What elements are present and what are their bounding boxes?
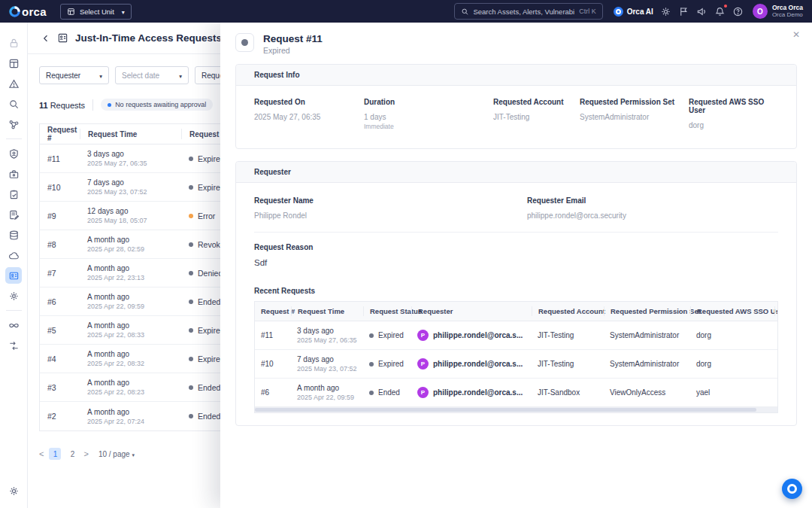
request-time: A month ago2025 Apr 22, 08:33: [80, 321, 181, 339]
chevron-left-icon: [41, 34, 50, 43]
time-absolute: 2025 May 23, 07:52: [297, 365, 357, 373]
time-absolute: 2025 Apr 22, 23:13: [87, 274, 174, 281]
page-title: Just-In-Time Access Requests: [75, 32, 222, 44]
per-page-select[interactable]: 10 / page: [98, 450, 135, 458]
column-header-request-id[interactable]: Request #: [40, 129, 80, 139]
infinity-icon: [8, 320, 20, 331]
request-id: #4: [40, 354, 80, 364]
time-absolute: 2025 Apr 22, 07:24: [87, 418, 174, 425]
sidebar-item-compliance[interactable]: [5, 186, 22, 202]
sidebar-item-dashboard[interactable]: [5, 55, 22, 71]
request-status: Expired: [363, 331, 411, 339]
awaiting-approval-text: No requests awaiting approval: [115, 101, 206, 108]
awaiting-approval-badge: No requests awaiting approval: [101, 99, 213, 111]
sidebar-divider: [6, 138, 22, 139]
user-name: Orca Orca: [772, 4, 803, 11]
request-info-card: Request Info Requested On 2025 May 27, 0…: [235, 64, 797, 149]
help-icon[interactable]: [732, 6, 744, 17]
field-value: 1 days: [364, 113, 493, 121]
field-duration: Duration 1 days Immediate: [364, 98, 493, 130]
close-icon[interactable]: [792, 30, 800, 39]
request-status: Expired: [363, 360, 411, 368]
field-label: Requested On: [254, 98, 364, 106]
request-id: #6: [255, 388, 291, 397]
pagination-page-2[interactable]: 2: [66, 448, 78, 460]
field-label: Requester Name: [254, 196, 527, 205]
request-time: A month ago2025 Apr 22, 09:59: [80, 293, 181, 310]
orca-ai-button[interactable]: Orca AI: [614, 7, 653, 17]
database-icon: [8, 230, 20, 241]
requester-identity-row: Requester Name Philippe Rondel Requester…: [254, 196, 778, 220]
pagination-page-1[interactable]: 1: [49, 448, 61, 460]
column-header-requested-aws-sso-user: Requested AWS SSO User: [690, 306, 774, 316]
request-id: #9: [40, 211, 80, 221]
field-value: dorg: [689, 121, 778, 129]
sidebar-item-cloud-security[interactable]: [5, 145, 22, 162]
recent-table-row[interactable]: #10 7 days ago2025 May 23, 07:52 Expired…: [255, 350, 777, 379]
flag-icon[interactable]: [678, 6, 689, 17]
time-absolute: 2025 May 27, 06:35: [87, 160, 174, 167]
sidebar-item-cloud-accounts[interactable]: [5, 247, 22, 263]
sidebar-item-lock[interactable]: [5, 35, 22, 51]
clipboard-check-icon: [8, 189, 20, 200]
status-label: Expired: [378, 331, 404, 339]
sidebar-item-identity-access[interactable]: [5, 267, 22, 284]
recent-table-row[interactable]: #6 A month ago2025 Apr 22, 09:59 Ended P…: [255, 379, 777, 407]
filter-date[interactable]: Select date: [115, 66, 189, 84]
column-header-requester: Requester: [411, 306, 532, 316]
horizontal-scrollbar: [255, 407, 777, 412]
sidebar-item-policies[interactable]: [5, 206, 22, 223]
identity-card-icon: [8, 270, 20, 281]
sidebar-item-kubernetes[interactable]: [5, 287, 22, 304]
orca-ai-icon: [614, 7, 623, 17]
requester-email: philippe.rondel@orca.s...: [433, 388, 523, 397]
pagination-prev-button[interactable]: <: [39, 449, 44, 458]
user-menu[interactable]: O Orca Orca Orca Demo: [753, 4, 803, 19]
kubernetes-icon: [8, 291, 20, 302]
sidebar-item-shift-left[interactable]: [5, 337, 22, 354]
vertical-divider: [92, 99, 93, 111]
request-time: 3 days ago2025 May 27, 06:35: [291, 327, 363, 344]
request-id: #8: [40, 240, 80, 249]
back-button[interactable]: [41, 34, 50, 43]
sidebar-item-attack-path[interactable]: [5, 116, 22, 132]
notifications-bell-icon[interactable]: [714, 6, 726, 17]
orca-assistant-fab[interactable]: [782, 479, 802, 499]
filter-requester[interactable]: Requester: [39, 66, 109, 84]
select-unit-dropdown[interactable]: Select Unit: [60, 4, 132, 20]
top-navbar: orca Select Unit Ctrl K Orca AI O Orca O…: [0, 0, 812, 23]
time-relative: A month ago: [87, 264, 174, 272]
column-header-requested-account: Requested Account: [532, 306, 604, 316]
request-detail-panel: Request #11 Expired Request Info Request…: [220, 23, 812, 508]
sidebar-item-inventory[interactable]: [5, 227, 22, 243]
sidebar-item-cicd[interactable]: [5, 317, 22, 333]
request-time: A month ago2025 Apr 22, 08:23: [80, 379, 181, 396]
toolbox-icon: [8, 169, 20, 180]
pagination-next-button[interactable]: >: [83, 449, 88, 458]
time-absolute: 2025 Apr 28, 02:59: [87, 245, 174, 253]
request-id: #10: [255, 360, 291, 368]
sidebar-item-alerts[interactable]: [5, 75, 22, 92]
orca-logo[interactable]: orca: [9, 5, 47, 18]
sidebar-item-toolbox[interactable]: [5, 166, 22, 182]
settings-gear-icon[interactable]: [660, 6, 671, 17]
column-header-request-time[interactable]: Request Time: [80, 129, 181, 139]
announcements-icon[interactable]: [696, 6, 707, 17]
sidebar-item-discovery[interactable]: [5, 96, 22, 112]
search-input[interactable]: [473, 8, 574, 16]
time-relative: A month ago: [87, 321, 174, 330]
sidebar-settings[interactable]: [5, 482, 22, 499]
recent-requests-inner: Request # Request Time Request Status Re…: [255, 302, 777, 407]
request-time: A month ago2025 Apr 22, 08:32: [80, 350, 181, 367]
orca-ai-label: Orca AI: [627, 8, 653, 16]
recent-table-row[interactable]: #11 3 days ago2025 May 27, 06:35 Expired…: [255, 321, 777, 350]
time-relative: A month ago: [87, 379, 174, 387]
requested-aws-sso-user: dorg: [690, 331, 774, 339]
cloud-icon: [8, 250, 20, 261]
field-value: Sdf: [254, 258, 778, 267]
attack-path-icon: [8, 119, 20, 130]
scrollbar-thumb[interactable]: [255, 408, 756, 412]
search-shortcut: Ctrl K: [579, 8, 596, 15]
status-dot: [189, 328, 193, 333]
column-header-requested-permission-set: Requested Permission Set: [604, 306, 690, 316]
